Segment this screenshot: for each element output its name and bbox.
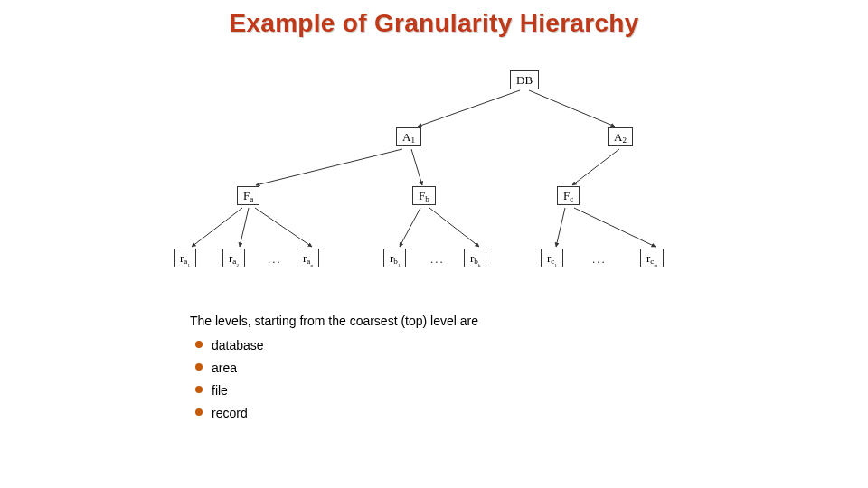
level-item-record-label: record — [212, 406, 248, 420]
level-item-database-label: database — [212, 338, 264, 352]
node-fb: Fb — [412, 186, 436, 205]
dots-rb: ... — [430, 252, 445, 267]
node-fc: Fc — [557, 186, 580, 205]
svg-line-5 — [192, 208, 242, 247]
node-rb1: rb1 — [383, 249, 406, 267]
node-fa: Fa — [237, 186, 259, 205]
svg-line-4 — [572, 149, 619, 185]
level-item-area: area — [190, 359, 678, 378]
node-ran: ran — [297, 249, 319, 267]
slide-title: Example of Granularity Hierarchy — [0, 9, 868, 38]
level-item-area-label: area — [212, 361, 237, 375]
dots-rc: ... — [592, 252, 607, 267]
svg-line-7 — [255, 208, 312, 247]
node-rcm: rcm — [640, 249, 664, 267]
svg-line-2 — [256, 149, 402, 185]
node-ra2: ra2 — [222, 249, 245, 267]
level-list: database area file record — [190, 336, 678, 423]
svg-line-0 — [418, 90, 520, 127]
node-a2: A2 — [608, 127, 633, 146]
node-db: DB — [510, 70, 539, 89]
level-item-database: database — [190, 336, 678, 355]
node-a2-letter: A — [614, 130, 622, 144]
node-ra1: ra1 — [174, 249, 196, 267]
body-text: The levels, starting from the coarsest (… — [190, 312, 678, 427]
node-a1-letter: A — [402, 130, 410, 144]
svg-line-3 — [411, 149, 422, 185]
node-a1: A1 — [396, 127, 421, 146]
level-item-file: file — [190, 381, 678, 400]
level-item-file-label: file — [212, 383, 228, 398]
svg-line-8 — [400, 208, 420, 247]
svg-line-1 — [529, 90, 615, 127]
svg-line-9 — [429, 208, 479, 247]
svg-line-11 — [574, 208, 656, 247]
caption-line: The levels, starting from the coarsest (… — [190, 312, 678, 331]
dots-ra: ... — [268, 252, 282, 267]
hierarchy-diagram: DB A1 A2 Fa Fb Fc ra1 ra2 ran ... — [154, 68, 714, 294]
level-item-record: record — [190, 404, 678, 423]
node-rbk: rbk — [464, 249, 486, 267]
svg-line-10 — [556, 208, 565, 247]
node-rc1: rc1 — [541, 249, 563, 267]
svg-line-6 — [240, 208, 249, 247]
node-db-label: DB — [516, 73, 533, 87]
